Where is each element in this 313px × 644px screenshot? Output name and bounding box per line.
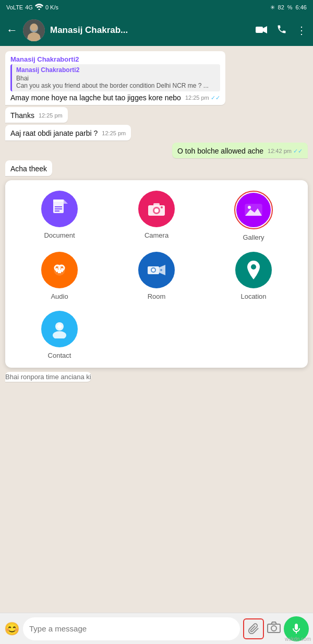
message-bubble: Acha theek <box>5 160 52 176</box>
svg-point-19 <box>161 206 163 208</box>
avatar[interactable] <box>23 19 45 41</box>
attach-contact[interactable]: Contact <box>41 311 78 359</box>
camera-icon-circle <box>138 191 175 227</box>
svg-rect-18 <box>153 203 160 206</box>
attach-audio[interactable]: Audio <box>41 252 78 300</box>
svg-point-35 <box>251 264 256 270</box>
contact-icon-circle <box>41 311 78 347</box>
attach-camera[interactable]: Camera <box>138 191 175 241</box>
message-ticks: ✓✓ <box>293 148 303 154</box>
more-options-button[interactable]: ⋮ <box>296 24 307 37</box>
audio-icon-circle <box>41 252 78 288</box>
message-text: O toh bolche allowed ache <box>177 147 263 155</box>
wifi-icon <box>35 4 43 11</box>
message-time: 12:42 pm ✓✓ <box>268 148 303 155</box>
message-ticks: ✓✓ <box>211 95 220 101</box>
message-text: Amay mone hoye na lagche but tao jigges … <box>10 93 181 102</box>
location-icon-circle <box>235 252 272 288</box>
bluetooth-icon: ✳ <box>270 4 275 11</box>
message-bubble: Thanks 12:25 pm <box>5 107 68 123</box>
message-time: 12:25 pm <box>102 130 126 136</box>
svg-rect-26 <box>58 271 61 273</box>
location-label: Location <box>240 292 266 300</box>
gallery-highlight <box>234 191 273 229</box>
attach-button[interactable] <box>243 618 264 639</box>
message-input[interactable] <box>29 624 234 633</box>
partial-message-text: Bhai ronpora time anciana ki <box>5 373 91 381</box>
svg-point-32 <box>152 268 155 272</box>
document-icon-circle <box>41 191 78 227</box>
svg-point-21 <box>248 206 251 209</box>
time-display: 6:46 <box>296 4 307 10</box>
message-bubble: O toh bolche allowed ache 12:42 pm ✓✓ <box>172 143 308 158</box>
message-input-container <box>23 617 240 640</box>
message-text: Thanks <box>10 111 34 120</box>
message-sender: Manasij Chakraborti2 <box>10 55 220 63</box>
chat-header: ← Manasij Chakrab... ⋮ <box>0 15 313 46</box>
message-time: 12:25 pm <box>39 112 63 119</box>
attach-location[interactable]: Location <box>235 252 272 300</box>
voice-call-button[interactable] <box>276 24 287 37</box>
document-label: Document <box>44 231 75 239</box>
svg-marker-10 <box>64 200 68 204</box>
message-time: 12:25 pm ✓✓ <box>185 95 220 101</box>
svg-point-17 <box>154 208 159 213</box>
message-bubble: Aaj raat obdi janate parbi ? 12:25 pm <box>5 125 131 140</box>
camera-label: Camera <box>145 231 168 239</box>
contact-name: Manasij Chakrab... <box>50 25 250 36</box>
audio-label: Audio <box>51 292 68 300</box>
watermark: wskdn.com <box>285 636 311 642</box>
battery-level: 82 <box>278 4 284 10</box>
camera-button[interactable] <box>267 622 281 636</box>
svg-point-39 <box>53 331 66 338</box>
svg-point-38 <box>57 324 62 329</box>
attach-document[interactable]: Document <box>41 191 78 241</box>
data-speed: 0 K/s <box>45 4 58 10</box>
svg-point-0 <box>38 9 40 10</box>
room-icon-circle <box>138 252 175 288</box>
svg-point-34 <box>160 269 162 271</box>
video-call-button[interactable] <box>256 25 267 37</box>
header-actions: ⋮ <box>256 24 307 37</box>
signal-label: 4G <box>25 4 33 10</box>
attach-room[interactable]: Room <box>138 252 175 300</box>
carrier-label: VoLTE <box>6 4 23 10</box>
message-text: Acha theek <box>10 165 47 173</box>
svg-marker-8 <box>263 26 267 33</box>
chat-area: Manasij Chakraborti2 Manasij Chakraborti… <box>0 46 313 613</box>
svg-rect-28 <box>61 268 63 272</box>
contact-label: Contact <box>48 352 71 359</box>
status-left: VoLTE 4G 0 K/s <box>6 4 58 11</box>
message-bubble: Manasij Chakraborti2 Manasij Chakraborti… <box>5 51 225 105</box>
room-label: Room <box>148 292 166 300</box>
message-input-bar: 😊 <box>0 613 313 644</box>
svg-rect-27 <box>56 268 58 272</box>
message-text: Aaj raat obdi janate parbi ? <box>10 129 98 137</box>
svg-rect-7 <box>256 27 263 33</box>
gallery-label: Gallery <box>243 233 264 241</box>
status-right: ✳ 82% 6:46 <box>270 4 307 11</box>
status-bar: VoLTE 4G 0 K/s ✳ 82% 6:46 <box>0 0 313 15</box>
svg-point-41 <box>271 626 276 631</box>
svg-point-5 <box>30 24 38 31</box>
attachment-grid: Document Camera <box>14 191 299 359</box>
partial-message: Bhai ronpora time anciana ki <box>5 372 91 382</box>
gallery-icon-circle <box>236 193 271 227</box>
back-button[interactable]: ← <box>6 24 18 37</box>
quote-block: Manasij Chakraborti2 BhaiCan you ask you… <box>10 64 220 91</box>
emoji-button[interactable]: 😊 <box>4 622 20 636</box>
attach-gallery[interactable]: Gallery <box>234 191 273 241</box>
attachment-panel: Document Camera <box>5 180 308 368</box>
svg-rect-11 <box>53 200 64 202</box>
